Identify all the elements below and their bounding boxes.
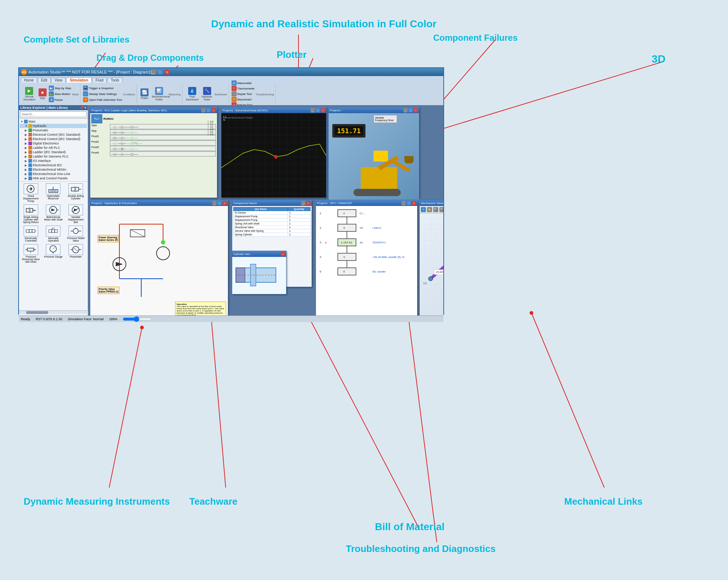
hydro-min[interactable]: _: [212, 201, 217, 205]
disconnect-btn[interactable]: ✂ Disconnect: [232, 97, 255, 102]
zoom-slider[interactable]: [123, 317, 152, 321]
lib-digital-row[interactable]: ▶ Digital Electronics: [20, 141, 87, 146]
lib-close[interactable]: ×: [84, 106, 86, 110]
lib-electro-1line-row[interactable]: ▶ Electrotechnical One-Line: [20, 172, 87, 176]
repair-tool-btn[interactable]: 🔧 Repair Tool: [232, 91, 255, 96]
lib-pneumatic-row[interactable]: ▶ Pneumatic: [20, 128, 87, 132]
comp-flowmeter[interactable]: Flowmeter: [65, 243, 87, 264]
electro-plotter-btn[interactable]: 📊 ElectrotechnicalPlotter: [151, 87, 167, 101]
lib-elec2-row[interactable]: ▶ Electrical Control (IEC Standard): [20, 137, 87, 141]
electro-titlebar: Project1 : Electrotechnical (AC/DC) _ □ …: [221, 107, 326, 113]
lib-hmi-row[interactable]: ▶ HMI and Control Panels: [20, 176, 87, 180]
electro-min[interactable]: _: [310, 108, 315, 112]
lib-io-row[interactable]: ▶ I/O Interface: [20, 159, 87, 163]
sfc-close[interactable]: ×: [412, 201, 416, 205]
steady-label: Steady State Settings: [89, 92, 117, 96]
manometer-btn[interactable]: M Manometer: [232, 80, 255, 86]
plc-close[interactable]: ×: [211, 108, 216, 112]
pause-btn[interactable]: ⏸ Pause: [49, 97, 71, 102]
plc-min[interactable]: _: [201, 108, 206, 112]
close-btn[interactable]: ×: [165, 69, 170, 75]
mech-pan-btn[interactable]: ✋: [427, 207, 432, 212]
trigger-snapshot-btn[interactable]: 📷 Trigger a Snapshot: [83, 86, 122, 91]
comp-pressure-gauge[interactable]: Pressure Gauge: [43, 243, 64, 264]
mech-add-btn[interactable]: +: [421, 207, 426, 212]
lib-electro-nema-row[interactable]: ▶ Electrotechnical NEMA: [20, 167, 87, 172]
library-search-input[interactable]: [20, 111, 87, 117]
lib-main-row[interactable]: ▼ Main: [20, 119, 87, 124]
normal-sim-btn[interactable]: ▶ NormalSimulation: [22, 87, 36, 101]
bom-row-5: Directional Valve 1: [234, 226, 310, 229]
threed-close[interactable]: ×: [414, 108, 418, 112]
sfc-max[interactable]: □: [407, 201, 411, 205]
contact-6: —| |—: [111, 136, 119, 139]
step-by-step-btn[interactable]: ▶| Step by Step: [49, 86, 71, 91]
sfc-min[interactable]: _: [401, 201, 406, 205]
window-controls: _ □ ×: [151, 69, 170, 75]
electro-max[interactable]: □: [316, 108, 320, 112]
slow-motion-btn[interactable]: 🐢 Slow Motion: [49, 91, 71, 96]
status-zoom: 189%: [109, 317, 117, 321]
plc-max[interactable]: □: [206, 108, 211, 112]
cyl-close[interactable]: ×: [281, 252, 285, 256]
tab-tools[interactable]: Tools: [107, 78, 122, 83]
bom-r4-name: Spring Unit with Shaft: [234, 222, 288, 226]
svg-text:6: 6: [320, 270, 321, 273]
steady-state-btn[interactable]: ≈ Steady State Settings: [83, 91, 122, 96]
mech-zoom-in-btn[interactable]: 🔍: [433, 207, 438, 212]
manometer-label: Manometer: [237, 82, 252, 85]
electro-nema-icon: [28, 168, 32, 171]
lib-ladder-ab-row[interactable]: ▶ Ladder for AB PLC: [20, 146, 87, 150]
threed-min[interactable]: _: [403, 108, 408, 112]
lib-elec-control-row[interactable]: ▶ Electrical Control (IEC Standard): [20, 132, 87, 137]
bom-close[interactable]: ×: [306, 201, 310, 205]
electro-1line-label: Electrotechnical One-Line: [33, 172, 70, 176]
svg-text:1-152 A1: 1-152 A1: [341, 241, 353, 244]
tab-edit[interactable]: Edit: [38, 78, 51, 83]
tab-simulation[interactable]: Simulation: [66, 78, 91, 83]
mech-zoom-out-btn[interactable]: 🔍: [439, 207, 443, 212]
comp-manual-op[interactable]: Manually Operated: [43, 225, 64, 243]
tab-view[interactable]: View: [51, 78, 66, 83]
comp-pressure-relief[interactable]: Pressure Relief Valve: [65, 225, 87, 243]
comp-reservoir[interactable]: Hydrostatic Reservoir: [43, 183, 64, 203]
mech-svg: 0,0 43.82Hz: [420, 213, 443, 315]
comp-var-disp[interactable]: Variable Displacement Bidi: [65, 204, 87, 224]
label-dynamic-measuring: Dynamic Measuring Instruments: [24, 496, 170, 507]
bom-min[interactable]: _: [301, 201, 305, 205]
hydro-close[interactable]: ×: [222, 201, 227, 205]
lib-ladder-iec-row[interactable]: ▶ Ladder (IEC Standard): [20, 150, 87, 154]
tab-home[interactable]: Home: [21, 78, 37, 83]
contact-12: —| |—: [111, 153, 119, 155]
hydro-max[interactable]: □: [217, 201, 222, 205]
threed-max[interactable]: □: [408, 108, 413, 112]
lib-pin[interactable]: 📌: [80, 106, 84, 110]
lib-scroll-thumb-h[interactable]: [26, 311, 48, 314]
tab-fluid[interactable]: Fluid: [92, 78, 107, 83]
maximize-btn[interactable]: □: [158, 69, 163, 75]
thermometer-ribbon-btn[interactable]: T Thermometer: [232, 86, 255, 91]
lib-electro-iec-row[interactable]: ▶ Electrotechnical IEC: [20, 163, 87, 167]
hydro-svg: [90, 206, 228, 315]
comp-elec-ctrl[interactable]: Electrically Controlled: [20, 225, 42, 243]
bom-r2-name: Displacement Pump: [234, 215, 288, 218]
lib-ladder-siemens-row[interactable]: ▶ Ladder for Siemens PLC: [20, 154, 87, 159]
ribbon-content: ▶ NormalSimulation ■ Stop ▶| Step by Ste…: [19, 83, 443, 105]
plotter-btn[interactable]: 📈 Plotter: [139, 88, 150, 100]
comp-single-cylinder[interactable]: Single-Acting Cylinder with Spring Retur…: [20, 204, 42, 224]
fluid-dashboard-btn[interactable]: 💧 FluidDashboard: [185, 87, 199, 101]
stop-sim-btn[interactable]: ■ Stop: [37, 88, 48, 100]
comp-pressure-reducing[interactable]: Pressure Reducing Valve with Drain: [20, 243, 42, 264]
comp-fixed-pump[interactable]: Fixed Displacement Pump: [20, 183, 42, 203]
thermo-icon: T: [232, 86, 237, 91]
library-scrollbar-h[interactable]: [19, 310, 88, 314]
lib-hydraulic-row[interactable]: ▼ Hydraulic: [20, 124, 87, 128]
comp-bidir-motor[interactable]: Bidirectional Motor with Shaft: [43, 204, 64, 224]
comp-dbl-cylinder[interactable]: Double-Acting Cylinder: [65, 183, 87, 203]
rung-label-6: Proof4: [91, 151, 110, 156]
electro-close[interactable]: ×: [321, 108, 325, 112]
hydraulic-tester-btn[interactable]: 🔧 HydraulicTester: [201, 87, 213, 101]
open-path-btn[interactable]: ⚡ Open Path Detection Tool: [83, 97, 122, 102]
main-expander: ▼: [20, 120, 24, 123]
minimize-btn[interactable]: _: [151, 69, 157, 75]
